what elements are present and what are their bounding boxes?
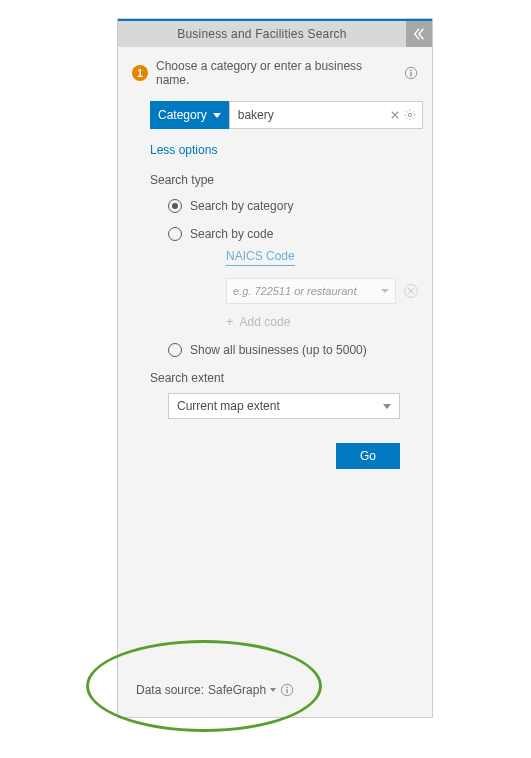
remove-code-button[interactable]	[404, 284, 418, 298]
step-instruction-row: 1 Choose a category or enter a business …	[132, 59, 418, 87]
radio-label: Search by category	[190, 199, 293, 213]
naics-code-input[interactable]	[233, 285, 381, 297]
panel-title: Business and Facilities Search	[118, 27, 406, 41]
radio-search-by-code[interactable]: Search by code	[168, 227, 418, 241]
chevron-double-left-icon	[412, 27, 426, 41]
svg-point-1	[410, 70, 412, 72]
step-number-badge: 1	[132, 65, 148, 81]
naics-code-link[interactable]: NAICS Code	[226, 249, 295, 266]
add-code-button[interactable]: + Add code	[226, 314, 418, 329]
svg-rect-2	[410, 72, 411, 76]
caret-down-icon	[213, 113, 221, 118]
panel-body: 1 Choose a category or enter a business …	[118, 47, 432, 717]
data-source-dropdown[interactable]: SafeGraph	[208, 683, 276, 697]
naics-input-row	[226, 278, 418, 304]
caret-down-icon	[381, 289, 389, 293]
category-dropdown-button[interactable]: Category	[150, 101, 229, 129]
svg-rect-6	[286, 689, 287, 693]
svg-point-5	[286, 687, 288, 689]
radio-icon	[168, 343, 182, 357]
search-type-radio-group: Search by category Search by code NAICS …	[132, 199, 418, 357]
caret-down-icon	[270, 688, 276, 692]
naics-code-block: NAICS Code + Add code	[168, 249, 418, 329]
search-row: Category	[132, 101, 418, 129]
clear-input-button[interactable]	[388, 108, 402, 122]
search-type-label: Search type	[132, 173, 418, 187]
x-icon	[407, 287, 415, 295]
search-extent-dropdown[interactable]: Current map extent	[168, 393, 400, 419]
data-source-info-icon[interactable]	[280, 683, 294, 697]
collapse-panel-button[interactable]	[406, 21, 432, 47]
search-input-wrapper	[229, 101, 423, 129]
radio-label: Show all businesses (up to 5000)	[190, 343, 367, 357]
go-button-row: Go	[132, 443, 418, 469]
plus-icon: +	[226, 314, 234, 329]
data-source-label: Data source:	[136, 683, 204, 697]
radio-show-all-businesses[interactable]: Show all businesses (up to 5000)	[168, 343, 418, 357]
radio-label: Search by code	[190, 227, 273, 241]
naics-input-wrapper[interactable]	[226, 278, 396, 304]
search-input[interactable]	[238, 108, 388, 122]
svg-point-3	[408, 113, 411, 116]
gear-icon	[404, 109, 416, 121]
radio-search-by-category[interactable]: Search by category	[168, 199, 418, 213]
caret-down-icon	[383, 404, 391, 409]
data-source-row: Data source: SafeGraph	[136, 683, 294, 697]
search-extent-label: Search extent	[132, 371, 418, 385]
go-button[interactable]: Go	[336, 443, 400, 469]
settings-button[interactable]	[402, 107, 418, 123]
data-source-value: SafeGraph	[208, 683, 266, 697]
radio-icon	[168, 199, 182, 213]
x-icon	[390, 110, 400, 120]
search-extent-selected: Current map extent	[177, 399, 383, 413]
less-options-link[interactable]: Less options	[132, 143, 217, 157]
add-code-label: Add code	[240, 315, 291, 329]
radio-icon	[168, 227, 182, 241]
category-button-label: Category	[158, 108, 207, 122]
search-panel: Business and Facilities Search 1 Choose …	[117, 18, 433, 718]
info-icon[interactable]	[404, 66, 418, 80]
step-instruction-text: Choose a category or enter a business na…	[156, 59, 396, 87]
panel-header: Business and Facilities Search	[118, 19, 432, 47]
